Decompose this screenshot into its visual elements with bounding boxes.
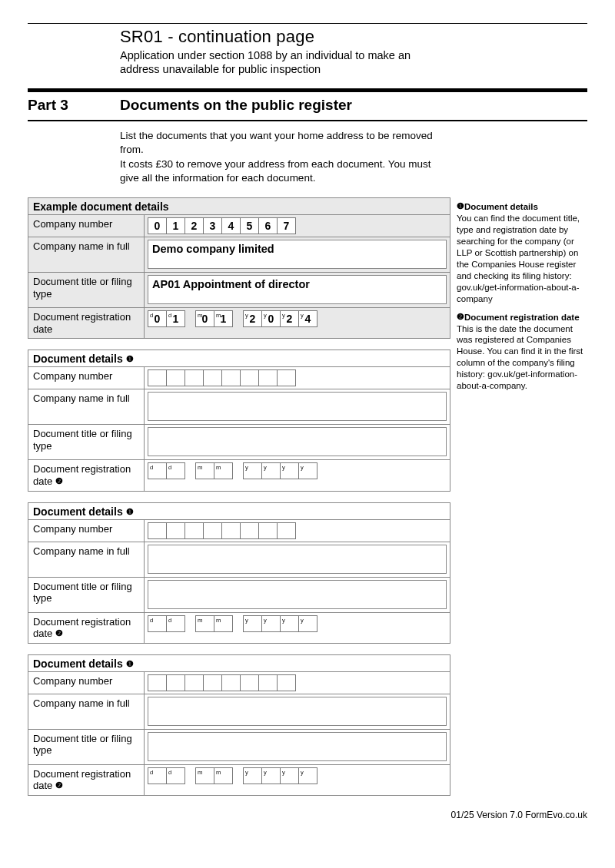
digit-input[interactable] [148, 369, 167, 386]
digit-input[interactable] [203, 674, 222, 691]
date-box-y: y2 [280, 310, 299, 327]
date-input-d[interactable]: d [166, 615, 185, 632]
digit-input[interactable] [277, 674, 296, 691]
digit-input[interactable] [240, 369, 259, 386]
digit-input[interactable] [221, 522, 241, 539]
date-input-y[interactable]: y [298, 767, 317, 784]
footnote-2-icon: ❷ [55, 476, 63, 486]
note-body: This is the date the document was regist… [457, 323, 587, 393]
date-input-m[interactable]: m [195, 462, 214, 479]
digit-input[interactable] [277, 522, 296, 539]
digit-input[interactable] [166, 369, 185, 386]
label-doc-title: Document title or filing type [28, 425, 144, 459]
digit-input[interactable] [240, 522, 259, 539]
value-company-number: 0 1 2 3 4 5 6 7 [144, 215, 450, 237]
doc-title-input[interactable] [148, 732, 447, 761]
date-input-m[interactable]: m [195, 767, 214, 784]
digit-input[interactable] [221, 674, 241, 691]
digit-input[interactable] [203, 369, 222, 386]
details-heading: Document details ❶ [28, 655, 450, 672]
date-input-m[interactable]: m [214, 767, 233, 784]
footnote-2-icon: ❷ [55, 780, 63, 790]
date-input-y[interactable]: y [280, 615, 299, 632]
digit-input[interactable] [258, 674, 278, 691]
date-input-y[interactable]: y [280, 767, 299, 784]
row-company-name: Company name in full [28, 389, 450, 425]
footnote-2-icon: ❷ [55, 628, 63, 638]
date-input-y[interactable]: y [243, 615, 262, 632]
row-company-name: Company name in full [28, 542, 450, 578]
example-section: Example document details Company number … [28, 197, 450, 339]
row-company-number: Company number [28, 672, 450, 694]
footnote-1-icon: ❶ [126, 354, 134, 364]
company-name-input[interactable] [148, 392, 447, 421]
date-input-d[interactable]: d [148, 767, 167, 784]
date-input-d[interactable]: d [148, 462, 167, 479]
digit-input[interactable] [240, 674, 259, 691]
digit-input[interactable] [184, 369, 204, 386]
footer-brand: FormEvo.co.uk [525, 810, 587, 820]
date-input-m[interactable]: m [214, 615, 233, 632]
digit-input[interactable] [258, 369, 278, 386]
date-input-y[interactable]: y [261, 615, 281, 632]
row-company-number: Company number 0 1 2 3 4 5 6 7 [28, 215, 450, 237]
row-doc-title: Document title or filing type AP01 Appoi… [28, 273, 450, 308]
note-document-details: ❶Document details You can find the docum… [457, 200, 587, 304]
digit-input[interactable] [166, 522, 185, 539]
note-title: Document details [464, 202, 538, 211]
value-company-name: Demo company limited [148, 240, 447, 269]
date-input-m[interactable]: m [214, 462, 233, 479]
label-company-name: Company name in full [28, 542, 144, 577]
digit-input[interactable] [148, 522, 167, 539]
intro-line: List the documents that you want your ho… [120, 129, 443, 157]
digit-box: 3 [203, 217, 222, 234]
date-input-y[interactable]: y [261, 767, 281, 784]
entry-section: Document details ❶ Company number Compan… [28, 502, 450, 644]
value-reg-date: d d m m y y y y [144, 765, 450, 795]
date-input-y[interactable]: y [243, 767, 262, 784]
date-input-m[interactable]: m [195, 615, 214, 632]
date-input-y[interactable]: y [298, 615, 317, 632]
digit-input[interactable] [277, 369, 296, 386]
label-company-number: Company number [28, 367, 144, 389]
date-box-y: y0 [261, 310, 281, 327]
company-name-input[interactable] [148, 697, 447, 726]
date-input-d[interactable]: d [166, 462, 185, 479]
digit-input[interactable] [221, 369, 241, 386]
label-reg-date: Document registration date ❷ [28, 613, 144, 643]
entry-section: Document details ❶ Company number Compan… [28, 654, 450, 796]
doc-title-input[interactable] [148, 580, 447, 609]
doc-title-input[interactable] [148, 427, 447, 456]
company-name-input[interactable] [148, 545, 447, 574]
header: SR01 - continuation page Application und… [28, 27, 587, 76]
form-subtitle: Application under section 1088 by an ind… [120, 48, 450, 76]
date-input-d[interactable]: d [166, 767, 185, 784]
form-code: SR01 - continuation page [120, 27, 587, 47]
label-company-name: Company name in full [28, 389, 144, 424]
note-body: You can find the document title, type an… [457, 213, 587, 305]
digit-input[interactable] [166, 674, 185, 691]
entry-section: Document details ❶ Company number Compan… [28, 350, 450, 491]
date-input-y[interactable]: y [280, 462, 299, 479]
label-company-number: Company number [28, 215, 144, 237]
digit-input[interactable] [148, 674, 167, 691]
digit-input[interactable] [203, 522, 222, 539]
digit-box: 4 [221, 217, 241, 234]
date-input-y[interactable]: y [298, 462, 317, 479]
row-doc-title: Document title or filing type [28, 730, 450, 765]
digit-input[interactable] [184, 522, 204, 539]
row-reg-date: Document registration date d0 d1 m0 m1 y… [28, 308, 450, 339]
label-doc-title: Document title or filing type [28, 730, 144, 764]
label-company-number: Company number [28, 672, 144, 694]
date-box-d: d0 [148, 310, 167, 327]
digit-input[interactable] [258, 522, 278, 539]
row-company-number: Company number [28, 520, 450, 542]
part-title: Documents on the public register [120, 97, 352, 114]
date-input-y[interactable]: y [261, 462, 281, 479]
date-input-y[interactable]: y [243, 462, 262, 479]
footer-version: 01/25 Version 7.0 [451, 810, 523, 820]
form-column: Example document details Company number … [28, 197, 450, 796]
date-input-d[interactable]: d [148, 615, 167, 632]
intro-line: It costs £30 to remove your address from… [120, 157, 443, 185]
digit-input[interactable] [184, 674, 204, 691]
